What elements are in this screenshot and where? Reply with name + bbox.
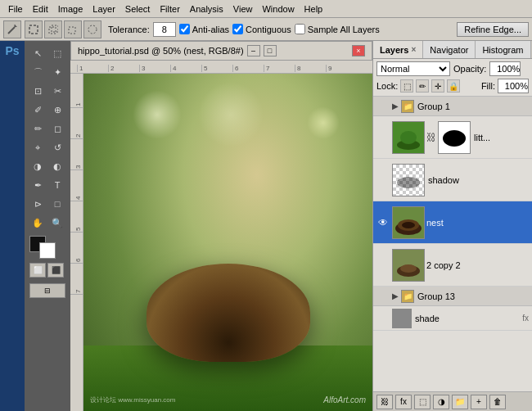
tab-histogram[interactable]: Histogram xyxy=(476,41,530,58)
layer-litt-vis[interactable] xyxy=(376,131,390,144)
wand-tool[interactable]: ✦ xyxy=(48,63,67,81)
tab-layers[interactable]: Layers × xyxy=(373,41,423,58)
layer-shade[interactable]: shade fx xyxy=(373,306,532,331)
new-selection-btn[interactable] xyxy=(25,20,43,38)
new-layer-button[interactable]: + xyxy=(471,395,487,409)
svg-point-7 xyxy=(88,25,97,34)
fill-input[interactable] xyxy=(498,79,529,93)
eyedropper-tool[interactable]: ✐ xyxy=(29,101,47,119)
menu-layer[interactable]: Layer xyxy=(88,2,120,16)
menu-image[interactable]: Image xyxy=(53,2,88,16)
blur-tool[interactable]: ◐ xyxy=(48,157,67,175)
crop-tool[interactable]: ⊡ xyxy=(29,82,47,100)
new-group-button[interactable]: 📁 xyxy=(452,395,468,409)
menu-analysis[interactable]: Analysis xyxy=(185,2,228,16)
delete-layer-button[interactable]: 🗑 xyxy=(489,395,506,409)
lock-label: Lock: xyxy=(376,81,398,91)
layer-nest[interactable]: 👁 nest xyxy=(373,201,532,244)
screen-mode[interactable]: ⊟ xyxy=(29,283,65,298)
bokeh-1 xyxy=(133,90,182,139)
main-area: Ps ↖ ⬚ ⌒ ✦ ⊡ ✂ ✐ ⊕ ✏ ◻ ⌖ ↺ ◑ ◐ xyxy=(0,41,532,411)
svg-point-12 xyxy=(443,130,466,147)
quick-mask-mode[interactable]: ⬛ xyxy=(47,263,64,278)
text-tool[interactable]: T xyxy=(48,176,67,194)
fill-label: Fill: xyxy=(481,81,495,91)
layer-shade-vis[interactable] xyxy=(376,312,390,325)
canvas-area: hippo_tutorial.psd @ 50% (nest, RGB/8#) … xyxy=(70,41,372,411)
blend-mode-select[interactable]: Normal xyxy=(376,61,450,76)
layer-litt[interactable]: ⛓ litt... xyxy=(373,116,532,159)
lock-all-icon[interactable]: 🔒 xyxy=(447,79,460,93)
opacity-input[interactable] xyxy=(489,61,521,76)
link-layers-button[interactable]: ⛓ xyxy=(376,395,393,409)
image-canvas[interactable]: 设计论坛 www.missyuan.com AlfoArt.com xyxy=(83,74,372,411)
shape-tool[interactable]: □ xyxy=(48,195,67,213)
history-brush[interactable]: ↺ xyxy=(48,138,67,156)
add-mask-button[interactable]: ⬚ xyxy=(414,395,431,409)
move-tool[interactable]: ↖ xyxy=(29,44,47,62)
menu-window[interactable]: Window xyxy=(257,2,299,16)
bokeh-2 xyxy=(307,106,340,139)
slice-tool[interactable]: ✂ xyxy=(48,82,67,100)
eraser-tool[interactable]: ◻ xyxy=(48,120,67,138)
layer-nest-vis[interactable]: 👁 xyxy=(376,216,390,229)
selection-mode-group xyxy=(25,20,101,38)
layer-litt-name: litt... xyxy=(474,133,529,142)
layer-2copy2-vis[interactable] xyxy=(376,259,390,272)
hand-tool[interactable]: ✋ xyxy=(29,214,47,232)
group1-arrow: ▶ xyxy=(392,102,399,111)
layer-nest-thumb xyxy=(392,206,425,239)
add-selection-btn[interactable] xyxy=(44,20,62,38)
opacity-label: Opacity: xyxy=(453,64,486,74)
menu-edit[interactable]: Edit xyxy=(28,2,53,16)
sample-all-checkbox[interactable] xyxy=(295,24,305,34)
group13-header[interactable]: ▶ 📁 Group 13 xyxy=(373,287,532,306)
refine-edge-button[interactable]: Refine Edge... xyxy=(457,22,529,37)
menu-help[interactable]: Help xyxy=(300,2,328,16)
ruler-mark-2: 2 xyxy=(108,65,139,72)
new-adjustment-button[interactable]: ◑ xyxy=(433,395,449,409)
marquee-tool[interactable]: ⬚ xyxy=(48,44,67,62)
minimize-button[interactable]: – xyxy=(247,45,260,56)
fx-button[interactable]: fx xyxy=(395,395,412,409)
ruler-vertical: 1 2 3 4 5 6 7 xyxy=(70,74,83,411)
lock-pixels-icon[interactable]: ✏ xyxy=(416,79,429,93)
measure-tool[interactable]: ⊕ xyxy=(48,101,67,119)
lasso-tool[interactable]: ⌒ xyxy=(29,63,47,81)
ruler-vmark-2: 2 xyxy=(70,108,83,139)
background-color[interactable] xyxy=(39,242,56,259)
anti-alias-checkbox[interactable] xyxy=(179,24,190,34)
standard-mode[interactable]: ⬜ xyxy=(29,263,46,278)
menu-filter[interactable]: Filter xyxy=(155,2,184,16)
tab-navigator[interactable]: Navigator xyxy=(423,41,476,58)
menu-view[interactable]: View xyxy=(228,2,258,16)
intersect-selection-btn[interactable] xyxy=(83,20,101,38)
contiguous-checkbox[interactable] xyxy=(232,24,243,34)
layer-shadow-vis[interactable] xyxy=(376,174,390,187)
svg-point-17 xyxy=(402,222,415,228)
maximize-button[interactable]: □ xyxy=(264,45,277,56)
group1-header[interactable]: ▶ 📁 Group 1 xyxy=(373,97,532,116)
tool-wand-btn[interactable] xyxy=(3,20,21,38)
layer-shadow[interactable]: shadow xyxy=(373,159,532,201)
close-button[interactable]: × xyxy=(352,45,365,56)
ruler-mark-3: 3 xyxy=(139,65,170,72)
tab-layers-close[interactable]: × xyxy=(411,45,416,54)
lock-position-icon[interactable]: ✛ xyxy=(431,79,444,93)
subtract-selection-btn[interactable] xyxy=(64,20,82,38)
ruler-horizontal: 1 2 3 4 5 6 7 8 9 xyxy=(70,61,372,74)
path-sel-tool[interactable]: ⊳ xyxy=(29,195,47,213)
brush-tool[interactable]: ✏ xyxy=(29,120,47,138)
menu-select[interactable]: Select xyxy=(120,2,156,16)
ruler-vmark-1: 1 xyxy=(70,77,83,108)
options-toolbar: Tolerance: Anti-alias Contiguous Sample … xyxy=(0,18,532,41)
zoom-tool[interactable]: 🔍 xyxy=(48,214,67,232)
pen-tool[interactable]: ✒ xyxy=(29,176,47,194)
menu-file[interactable]: File xyxy=(3,2,28,16)
layer-2copy2[interactable]: 2 copy 2 xyxy=(373,244,532,287)
lock-transparent-icon[interactable]: ⬚ xyxy=(400,79,413,93)
anti-alias-group: Anti-alias xyxy=(179,24,229,34)
tolerance-input[interactable] xyxy=(153,22,176,37)
dodge-tool[interactable]: ◑ xyxy=(29,157,47,175)
clone-tool[interactable]: ⌖ xyxy=(29,138,47,156)
